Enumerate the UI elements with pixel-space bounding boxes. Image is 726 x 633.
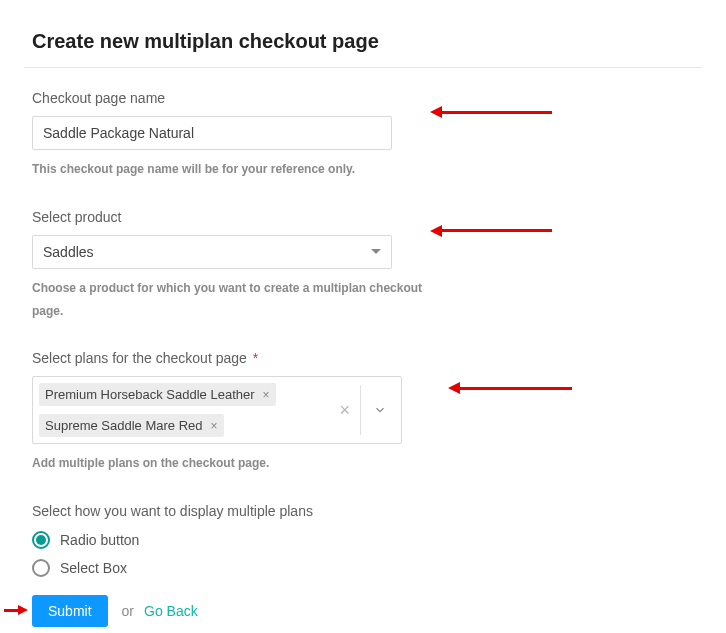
input-checkout-name[interactable]	[32, 116, 392, 150]
plan-tag-label: Supreme Saddle Mare Red	[45, 418, 203, 433]
field-select-plans: Select plans for the checkout page * Pre…	[32, 350, 694, 475]
label-select-plans: Select plans for the checkout page *	[32, 350, 694, 366]
radio-icon	[32, 559, 50, 577]
radio-label: Select Box	[60, 560, 127, 576]
plan-tag: Supreme Saddle Mare Red ×	[39, 414, 224, 437]
select-product[interactable]: Saddles	[32, 235, 392, 269]
helper-checkout-name: This checkout page name will be for your…	[32, 158, 452, 181]
field-checkout-name: Checkout page name This checkout page na…	[32, 90, 694, 181]
radio-option-select-box[interactable]: Select Box	[32, 559, 694, 577]
annotation-arrow	[430, 225, 552, 237]
radio-option-radio-button[interactable]: Radio button	[32, 531, 694, 549]
label-select-product: Select product	[32, 209, 694, 225]
or-text: or	[122, 603, 134, 619]
plan-tag-label: Premium Horseback Saddle Leather	[45, 387, 255, 402]
radio-icon	[32, 531, 50, 549]
multiselect-controls: ×	[321, 377, 401, 443]
clear-all-icon[interactable]: ×	[329, 400, 360, 421]
radio-group-display: Radio button Select Box	[32, 531, 694, 577]
annotation-arrow	[4, 605, 28, 615]
helper-select-plans: Add multiple plans on the checkout page.	[32, 452, 452, 475]
required-mark: *	[253, 350, 258, 366]
chevron-down-icon	[371, 249, 381, 254]
divider	[24, 67, 702, 68]
helper-select-product: Choose a product for which you want to c…	[32, 277, 452, 323]
go-back-link[interactable]: Go Back	[144, 603, 198, 619]
select-product-value: Saddles	[43, 244, 94, 260]
annotation-arrow	[430, 106, 552, 118]
annotation-arrow	[448, 382, 572, 394]
form-actions: Submit or Go Back	[32, 595, 694, 627]
page-title: Create new multiplan checkout page	[32, 30, 694, 53]
submit-button[interactable]: Submit	[32, 595, 108, 627]
close-icon[interactable]: ×	[263, 388, 270, 402]
plan-tag: Premium Horseback Saddle Leather ×	[39, 383, 276, 406]
label-select-plans-text: Select plans for the checkout page	[32, 350, 247, 366]
chevron-down-icon[interactable]	[361, 403, 393, 417]
close-icon[interactable]: ×	[211, 419, 218, 433]
multiselect-plans[interactable]: Premium Horseback Saddle Leather × Supre…	[32, 376, 402, 444]
label-checkout-name: Checkout page name	[32, 90, 694, 106]
radio-label: Radio button	[60, 532, 139, 548]
field-display-mode: Select how you want to display multiple …	[32, 503, 694, 577]
multiselect-tags: Premium Horseback Saddle Leather × Supre…	[33, 377, 321, 443]
label-display-mode: Select how you want to display multiple …	[32, 503, 694, 519]
field-select-product: Select product Saddles Choose a product …	[32, 209, 694, 323]
